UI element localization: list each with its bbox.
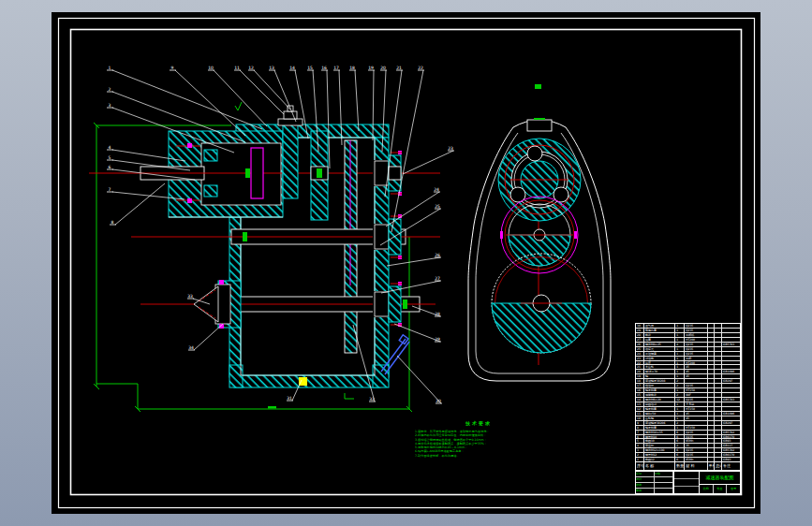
- balloon-number: 17: [333, 66, 339, 70]
- oil-sight-glass: [299, 377, 307, 386]
- leader-line: [394, 324, 440, 342]
- balloon-number: 10: [208, 66, 214, 70]
- balloon-number: 19: [368, 66, 374, 70]
- balloon-number: 22: [418, 66, 423, 70]
- balloon-number: 30: [436, 399, 441, 403]
- leader-line: [353, 325, 375, 402]
- balloon-number: 13: [269, 66, 274, 70]
- seal-dot: [187, 143, 192, 148]
- title-block-field: 数量: [714, 485, 728, 493]
- title-block-signature-grid: 标记处数设计校核审核: [636, 472, 674, 493]
- bom-header-cell: 材 料: [685, 462, 707, 470]
- title-block-field: 图号: [727, 485, 740, 493]
- bom-header-cell: 序号: [636, 462, 644, 470]
- balloon-number: 8: [111, 220, 114, 225]
- lifting-lug: [527, 120, 552, 131]
- bom-header-cell: 名 称: [644, 462, 675, 470]
- balloon-number: 3: [109, 103, 111, 108]
- bom-header-row: 序号名 称数量材 料单件总计备注: [636, 461, 740, 470]
- balloon-number: 18: [349, 66, 355, 70]
- bearing-lower: [204, 185, 217, 197]
- balloon-number: 9: [171, 66, 174, 70]
- balloon-number: 34: [188, 345, 194, 350]
- leader-line: [194, 324, 223, 350]
- key: [317, 168, 322, 178]
- balloon-number: 27: [435, 276, 440, 281]
- title-block-fields: 比例数量图号: [700, 484, 740, 493]
- balloon-number: 24: [434, 187, 439, 192]
- main-section-view: [89, 102, 440, 387]
- leader-line: [214, 70, 267, 126]
- leader-line: [355, 70, 359, 131]
- balloon-number: 15: [307, 66, 313, 70]
- balloon-number: 11: [234, 66, 240, 70]
- shaft-cone-end: [194, 286, 218, 322]
- balloon-number: 16: [321, 66, 327, 70]
- seal-dot: [187, 198, 192, 203]
- top-gear: [498, 139, 581, 221]
- roughness-symbol: [235, 102, 242, 110]
- balloon-number: 12: [248, 66, 254, 70]
- balloon-number: 1: [109, 66, 111, 70]
- notes-heading: 技术要求: [415, 420, 542, 426]
- title-block: 标记处数设计校核审核 减速器装配图 比例数量图号: [635, 471, 741, 494]
- balloon-number: 6: [109, 165, 111, 169]
- title-block-middle: [674, 472, 700, 493]
- balloon-number: 5: [109, 155, 111, 160]
- title-block-field: 比例: [700, 485, 714, 493]
- title-block-right: 减速器装配图 比例数量图号: [700, 472, 740, 493]
- balloon-number: 4: [109, 145, 111, 150]
- note-line: 7.剖分面涂密封胶，不允许漏油。: [415, 454, 542, 458]
- balloon-number: 31: [287, 396, 292, 401]
- balloon-number: 28: [435, 312, 440, 316]
- green-mark: [535, 84, 541, 89]
- title-block-row: 审核: [636, 488, 673, 493]
- key: [243, 232, 247, 241]
- side-view: [468, 84, 611, 381]
- leader-line: [391, 70, 423, 232]
- balloon-number: 14: [289, 66, 295, 70]
- bottom-gear-circle: [492, 254, 591, 353]
- balloon-number: 23: [448, 146, 453, 151]
- balloon-number: 7: [109, 187, 111, 192]
- balloon-number: 29: [435, 337, 440, 342]
- key: [245, 168, 250, 178]
- balloon-number: 33: [187, 294, 193, 299]
- seal-dot: [219, 280, 224, 285]
- title-block-cell: [655, 489, 673, 493]
- leader-line: [397, 356, 441, 403]
- balloon-number: 25: [435, 204, 440, 209]
- balloon-number: 26: [435, 253, 440, 257]
- balloon-number: 2: [109, 87, 111, 92]
- technical-notes: 技术要求 1.装配前，所有零件用煤油清洗，滚动轴承用汽油清洗；2.机体内不允许有…: [415, 420, 542, 458]
- key: [403, 300, 407, 309]
- bom-header-cell: 总计: [715, 462, 722, 470]
- floor-corner-right: [373, 365, 389, 387]
- pinion-gear: [283, 122, 298, 198]
- bearing-upper: [204, 150, 217, 161]
- bom-table: 30通气器1Q23529窥视孔盖1Q23528垫片1石棉纸27箱盖1HT2002…: [635, 323, 741, 471]
- cad-application-window: 1234567891011121314151617181920212223242…: [0, 0, 812, 526]
- balloon-number: 32: [369, 397, 375, 402]
- leader-line: [403, 151, 453, 174]
- coupling-gear: [251, 148, 263, 198]
- bom-header-cell: 数量: [675, 462, 685, 470]
- bom-header-cell: 单件: [708, 462, 716, 470]
- balloon-number: 21: [396, 66, 402, 70]
- leader-line: [115, 183, 165, 225]
- drawing-title: 减速器装配图: [700, 472, 740, 484]
- title-block-cell: 审核: [636, 489, 655, 493]
- notes-lines: 1.装配前，所有零件用煤油清洗，滚动轴承用汽油清洗；2.机体内不允许有任何杂物存…: [415, 430, 542, 458]
- leader-line: [387, 257, 440, 266]
- bom-header-cell: 备注: [722, 462, 740, 470]
- leader-line: [386, 192, 439, 226]
- balloon-number: 20: [380, 66, 386, 70]
